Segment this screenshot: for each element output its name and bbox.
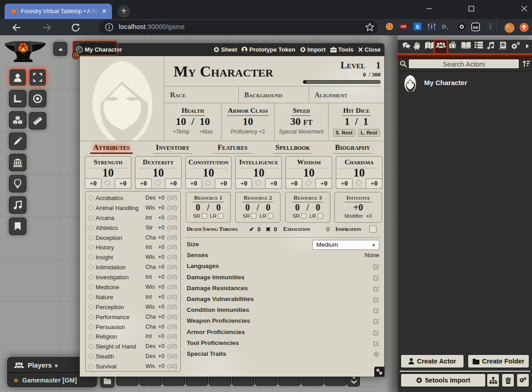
svg-text:D: D — [442, 23, 446, 30]
svg-text:UO: UO — [401, 24, 406, 29]
svg-text:S: S — [416, 24, 419, 29]
